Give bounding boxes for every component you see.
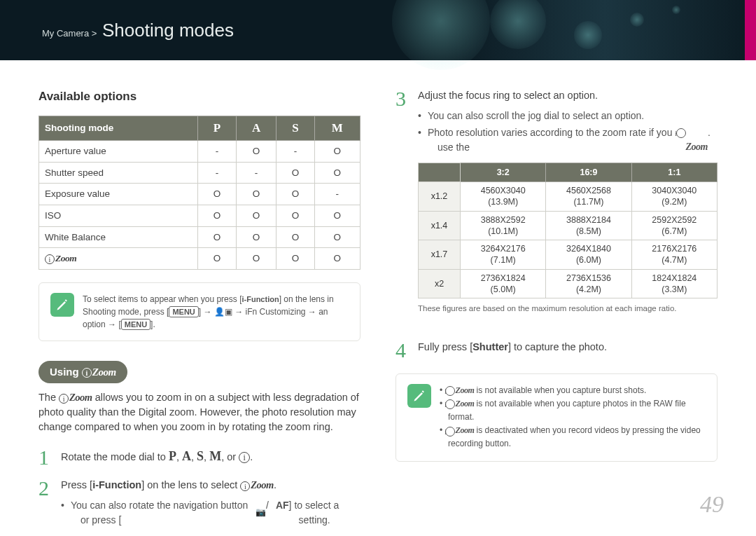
ratio-16-9: 16:9 (546, 163, 631, 181)
available-options-heading: Available options (38, 88, 360, 106)
breadcrumb-prefix: My Camera > (42, 28, 97, 39)
table-row: x22736X1824(5.0M)2736X1536(4.2M)1824X182… (419, 269, 718, 298)
page-title: Shooting modes (102, 20, 234, 41)
col-a: A (236, 116, 276, 141)
step-2-sub: You can also rotate the navigation butto… (61, 498, 360, 527)
resolution-table: 3:2 16:9 1:1 x1.24560X3040(13.9M)4560X25… (418, 163, 718, 298)
col-s: S (276, 116, 314, 141)
list-item: • iZoom is not available when you captur… (440, 384, 706, 397)
table-row: Exposure valueOOO- (39, 184, 360, 205)
step-2: 2 Press [i-Function] on the lens to sele… (38, 478, 360, 530)
table-row: Shutter speed--OO (39, 162, 360, 184)
pen-icon (407, 384, 431, 408)
page-header: My Camera > Shooting modes (0, 0, 756, 60)
step-number-1: 1 (38, 447, 51, 468)
izoom-paragraph: The iZoom allows you to zoom in on a sub… (38, 390, 360, 434)
col-m: M (314, 116, 360, 141)
pen-icon (50, 293, 74, 317)
tip-note-1: To select items to appear when you press… (38, 282, 360, 341)
table-row: ISOOOOO (39, 205, 360, 226)
left-column: Available options Shooting mode P A S M … (38, 88, 360, 536)
table-row: x1.43888X2592(10.1M)3888X2184(8.5M)2592X… (419, 211, 718, 240)
col-shooting-mode: Shooting mode (39, 116, 198, 141)
tip-note-text: To select items to appear when you press… (83, 293, 349, 331)
ratio-1-1: 1:1 (631, 163, 717, 181)
options-table: Shooting mode P A S M Aperture value-O-O… (38, 116, 360, 270)
using-izoom-heading: Using iZoom (38, 361, 127, 384)
right-column: 3 Adjust the focus ring to select an opt… (396, 88, 718, 536)
list-item: • iZoom is deactivated when you record v… (440, 424, 706, 451)
table-row: White BalanceOOOO (39, 226, 360, 248)
step-1: 1 Rotate the mode dial to P, A, S, M, or… (38, 447, 360, 468)
tip-note-2-list: • iZoom is not available when you captur… (440, 384, 706, 451)
step-number-4: 4 (396, 340, 408, 361)
page-number: 49 (700, 491, 724, 518)
resolution-caption: These figures are based on the maximum r… (418, 303, 718, 315)
table-row: x1.73264X2176(7.1M)3264X1840(6.0M)2176X2… (419, 240, 718, 270)
breadcrumb: My Camera > Shooting modes (42, 20, 234, 41)
list-item: • iZoom is not available when you captur… (440, 397, 706, 424)
step-3-sub-2: Photo resolution varies according to the… (418, 125, 718, 154)
ratio-3-2: 3:2 (461, 163, 546, 181)
step-3-sub-1: You can also scroll the jog dial to sele… (418, 109, 718, 123)
table-row: x1.24560X3040(13.9M)4560X2568(11.7M)3040… (419, 182, 718, 212)
table-row: Aperture value-O-O (39, 141, 360, 163)
col-p: P (198, 116, 236, 141)
table-row: iZoomOOOO (39, 248, 360, 270)
content: Available options Shooting mode P A S M … (0, 60, 756, 536)
step-3: 3 Adjust the focus ring to select an opt… (396, 88, 718, 330)
step-number-3: 3 (396, 88, 408, 330)
step-4: 4 Fully press [Shutter] to capture the p… (396, 340, 718, 361)
step-number-2: 2 (38, 478, 51, 530)
tip-note-2: • iZoom is not available when you captur… (396, 373, 718, 462)
